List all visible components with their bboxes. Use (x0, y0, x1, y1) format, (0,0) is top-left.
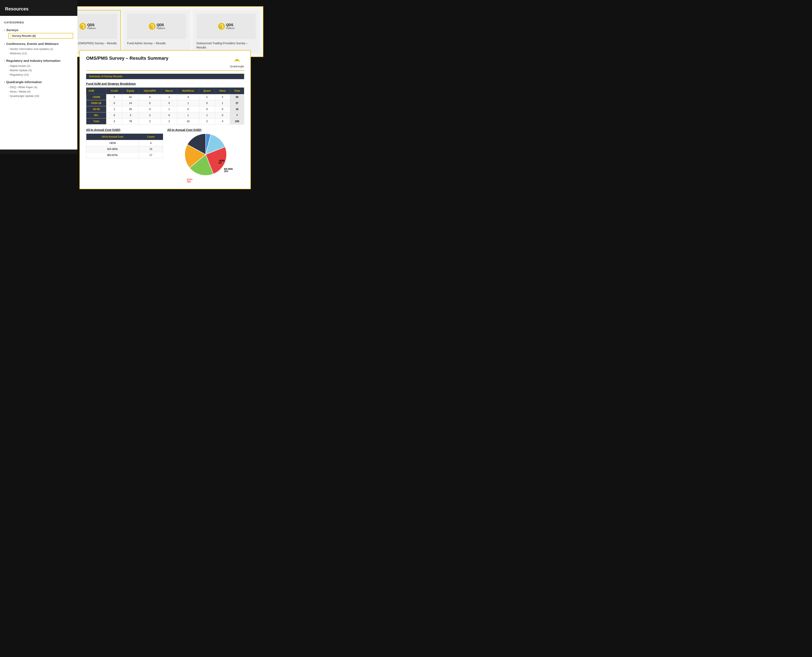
qds-text-3: QDS Platform (226, 23, 235, 30)
qds-icon-3 (218, 23, 225, 30)
chevron-icon: › (8, 95, 9, 97)
cost-row: $50-$75k 17 (86, 152, 163, 158)
cost-header-cost: All-In Annual Cost (86, 134, 139, 140)
svg-point-1 (148, 23, 155, 30)
cost-left: All-In Annual Cost (USD) All-In Annual C… (86, 128, 163, 185)
cat-conferences-sub: › Vendor Information and Updates (1) › W… (4, 47, 73, 56)
chevron-icon: › (8, 69, 9, 72)
webinars-label: Webinars (12) (10, 52, 27, 55)
card-outsourced-trading-image: QDS Platform (197, 14, 256, 39)
sidebar-item-quad-update[interactable]: › Quadrangle Update (10) (8, 94, 73, 98)
cell-credit: 0 (106, 100, 122, 106)
cost-row: $25-$50k 15 (86, 146, 163, 152)
cell-multistrat: 1 (177, 112, 199, 118)
cell-other: 0 (215, 112, 230, 118)
chevron-icon: › (8, 90, 9, 93)
summary-badge: Summary of Survey Results (86, 74, 244, 79)
digital-assets-label: Digital Assets (2) (10, 64, 30, 67)
sidebar-item-survey-results[interactable]: › Survey Results (6) (8, 33, 73, 39)
table-row: 500M-1B 0 14 0 0 1 0 1 27 (86, 100, 244, 106)
table-header-aum: AUM (86, 88, 106, 94)
qds-subtitle-2: Platform (157, 27, 166, 30)
quadrangle-icon (232, 56, 242, 64)
cell-aum: 1B-5B (86, 106, 106, 112)
chevron-icon: › (8, 52, 9, 54)
cat-surveys-main[interactable]: › Surveys (4, 27, 73, 33)
cat-quadrangle-sub: › DDQ / White Paper (4) › News / Media (… (4, 85, 73, 98)
pie-label-25k: <$25k4% (219, 160, 225, 164)
cat-conferences: › Conferences, Events and Webinars › Ven… (4, 41, 73, 56)
table-row: 1B-5B 1 20 0 1 5 0 0 16 (86, 106, 244, 112)
cost-section-title: All-In Annual Cost (USD) (86, 128, 163, 132)
cost-row: <$25k 4 (86, 140, 163, 146)
chevron-icon: › (4, 29, 5, 31)
news-label: News / Media (4) (10, 90, 30, 93)
cell-hybrid: 0 (139, 94, 161, 100)
svg-point-0 (79, 23, 86, 30)
cat-conferences-main[interactable]: › Conferences, Events and Webinars (4, 41, 73, 47)
cost-right: All-In Annual Cost (USD) <$25k4% $25-$50… (167, 128, 244, 185)
cat-quadrangle: › Quadrangle Information › DDQ / White P… (4, 79, 73, 98)
quadrangle-label: Quadrangle (230, 65, 244, 68)
svg-point-3 (236, 59, 238, 60)
cell-multistrat: 5 (177, 106, 199, 112)
cat-regulatory-sub: › Digital Assets (2) › Market Update (4)… (4, 64, 73, 77)
cat-regulatory: › Regulatory and Industry Information › … (4, 58, 73, 77)
cell-total: 50 (230, 94, 244, 100)
bottom-row: All-In Annual Cost (USD) All-In Annual C… (86, 128, 244, 185)
pie-chart (185, 134, 226, 176)
sidebar-item-regulatory[interactable]: › Regulatory (14) (8, 72, 73, 77)
cost-cell-count: 17 (139, 152, 163, 158)
table-row: Total 3 78 2 2 10 2 3 100 (86, 118, 244, 125)
card-fund-admin[interactable]: QDS Platform Fund Admin Survey – Results (123, 10, 190, 53)
sidebar-item-webinars[interactable]: › Webinars (12) (8, 51, 73, 56)
qds-logo: QDS Platform (79, 23, 96, 30)
cell-total: 16 (230, 106, 244, 112)
cell-equity: 14 (122, 100, 139, 106)
sidebar-item-ddq[interactable]: › DDQ / White Paper (4) (8, 85, 73, 89)
categories-label: CATEGORIES (4, 21, 73, 24)
cell-aum: Total (86, 118, 106, 125)
cell-equity: 41 (122, 94, 139, 100)
cat-surveys-sub: › Survey Results (6) (4, 33, 73, 39)
cost-table: All-In Annual Cost Count <$25k 4 $25-$50… (86, 134, 163, 158)
pie-label-50k: $25-$50k15% (224, 168, 233, 173)
sidebar-item-digital-assets[interactable]: › Digital Assets (2) (8, 64, 73, 68)
pie-section-title: All-In Annual Cost (USD) (167, 128, 244, 132)
cell-equity: 20 (122, 106, 139, 112)
cell-macro: 1 (161, 94, 177, 100)
cost-cell-cost: <$25k (86, 140, 139, 146)
qds-text-2: QDS Platform (157, 23, 166, 30)
table-header-credit: Credit (106, 88, 122, 94)
card-outsourced-trading-title: Outsourced Trading Providers Survey – Re… (197, 41, 256, 50)
vendor-info-label: Vendor Information and Updates (1) (10, 47, 53, 51)
cell-macro: 0 (161, 112, 177, 118)
sidebar-item-market-update[interactable]: › Market Update (4) (8, 68, 73, 72)
table-header-macro: Macro (161, 88, 177, 94)
cat-quadrangle-main[interactable]: › Quadrangle Information (4, 79, 73, 84)
qds-name-3: QDS (226, 23, 235, 27)
aum-table: AUM Credit Equity Hybrid/PE Macro MultiS… (86, 87, 244, 125)
cost-header-count: Count (139, 134, 163, 140)
pie-label-150: $150+25% (187, 178, 193, 183)
cell-other: 1 (215, 100, 230, 106)
cell-other: 2 (215, 94, 230, 100)
pie-container: <$25k4% $25-$50k15% $150+25% (167, 134, 244, 185)
cell-macro: 2 (161, 118, 177, 125)
cat-quadrangle-label: Quadrangle Information (6, 80, 42, 84)
card-outsourced-trading[interactable]: QDS Platform Outsourced Trading Provider… (193, 10, 259, 53)
qds-logo-2: QDS Platform (148, 23, 166, 30)
cell-other: 0 (215, 106, 230, 112)
cell-hybrid: 0 (139, 106, 161, 112)
cat-regulatory-main[interactable]: › Regulatory and Industry Information (4, 58, 73, 63)
cell-quant: 0 (199, 100, 215, 106)
cards-row: QDS Platform Trade Systems (OMS/PMS) Sur… (51, 7, 263, 57)
table-header-hybrid: Hybrid/PE (139, 88, 161, 94)
cell-credit: 0 (106, 112, 122, 118)
chevron-icon: › (8, 86, 9, 88)
sidebar-item-news[interactable]: › News / Media (4) (8, 89, 73, 94)
card-fund-admin-image: QDS Platform (127, 14, 186, 39)
table-row: <500M 2 41 0 1 3 1 2 50 (86, 94, 244, 100)
sidebar-item-vendor-info[interactable]: › Vendor Information and Updates (1) (8, 47, 73, 51)
qds-name-2: QDS (157, 23, 166, 27)
